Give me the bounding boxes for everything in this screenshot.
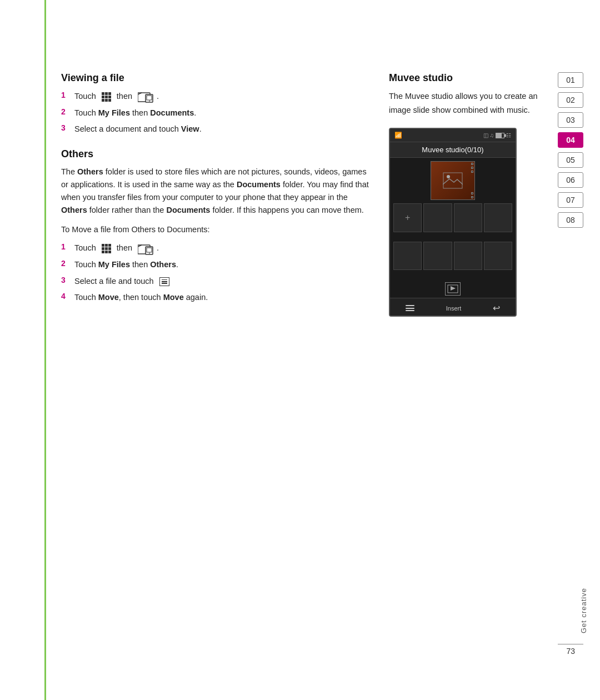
chapter-06[interactable]: 06 — [558, 172, 583, 188]
page-left-border — [44, 0, 46, 700]
thumb-cell-3 — [484, 203, 512, 232]
step-number: 3 — [61, 274, 72, 286]
main-photo-thumb — [431, 161, 475, 200]
page-number-divider — [558, 644, 583, 644]
phone-body: + — [390, 158, 516, 317]
thumb-cell-2 — [454, 203, 482, 232]
others-step-1-text: Touch then . — [74, 241, 159, 255]
folder-phone-icon-2 — [138, 243, 153, 255]
phone-bottom-bar: Insert ↩ — [390, 298, 516, 317]
step-number: 4 — [61, 291, 72, 302]
step-number: 1 — [61, 241, 72, 253]
chapter-01[interactable]: 01 — [558, 72, 583, 88]
others-section: Others The Others folder is used to stor… — [61, 148, 372, 304]
menu-list-icon — [406, 304, 414, 312]
viewing-a-file-section: Viewing a file 1 Touch then — [61, 72, 372, 136]
camera-icon: ◫ — [483, 132, 488, 138]
phone-screen-title: Muvee studio(0/10) — [422, 146, 483, 154]
sidebar-section-label: Get creative — [579, 588, 588, 633]
muvee-studio-section: Muvee studio The Muvee studio allows you… — [389, 72, 544, 317]
chapter-03[interactable]: 03 — [558, 112, 583, 128]
corner-dots — [471, 163, 473, 173]
step-3: 3 Select a document and touch View. — [61, 122, 372, 136]
music-icon: ♫ — [490, 132, 494, 138]
muvee-studio-title: Muvee studio — [389, 72, 544, 84]
phone-title-bar: Muvee studio(0/10) — [390, 142, 516, 158]
others-title: Others — [61, 148, 372, 160]
others-body: The Others folder is used to store files… — [61, 166, 372, 217]
others-step-2: 2 Touch My Files then Others. — [61, 258, 372, 272]
photo-grid: + — [390, 200, 516, 281]
chapter-05-label: 05 — [566, 156, 575, 164]
main-content: Viewing a file 1 Touch then — [61, 72, 372, 311]
step-number: 2 — [61, 106, 72, 118]
others-step-3-text: Select a file and touch — [74, 274, 171, 288]
thumb-cell-6 — [454, 242, 482, 270]
muvee-icon — [445, 282, 461, 296]
status-icons: ◫ ♫ ☷ — [483, 132, 512, 138]
chapter-05[interactable]: 05 — [558, 152, 583, 168]
others-step-3: 3 Select a file and touch — [61, 274, 372, 288]
step-number: 3 — [61, 122, 72, 134]
menu-button[interactable] — [406, 304, 414, 312]
svg-point-9 — [447, 175, 450, 178]
others-step-4: 4 Touch Move, then touch Move again. — [61, 291, 372, 304]
others-step-2-text: Touch My Files then Others. — [74, 258, 178, 272]
svg-marker-11 — [451, 286, 456, 291]
muvee-icon-row — [390, 281, 516, 298]
battery-icon — [496, 133, 504, 138]
others-step-1: 1 Touch then — [61, 241, 372, 255]
chapter-02[interactable]: 02 — [558, 92, 583, 108]
chapter-navigation: 01 02 03 04 05 06 07 08 — [558, 72, 583, 228]
thumb-cell-1 — [423, 203, 452, 232]
step-1: 1 Touch then — [61, 89, 372, 103]
others-steps: 1 Touch then — [61, 241, 372, 304]
chapter-07-label: 07 — [566, 196, 575, 204]
viewing-file-steps: 1 Touch then — [61, 89, 372, 136]
signal-icon: 📶 — [394, 132, 402, 139]
chapter-01-label: 01 — [566, 76, 575, 84]
chapter-07[interactable]: 07 — [558, 192, 583, 208]
step-2-text: Touch My Files then Documents. — [74, 106, 196, 120]
chapter-04[interactable]: 04 — [558, 132, 583, 148]
corner-dots-2 — [471, 192, 473, 198]
muvee-studio-description: The Muvee studio allows you to create an… — [389, 89, 544, 117]
insert-label: Insert — [446, 305, 462, 312]
step-2: 2 Touch My Files then Documents. — [61, 106, 372, 120]
muvee-play-icon — [447, 284, 458, 293]
chapter-08-label: 08 — [566, 216, 575, 224]
chapter-08[interactable]: 08 — [558, 212, 583, 228]
chapter-03-label: 03 — [566, 116, 575, 124]
move-label: To Move a file from Others to Documents: — [61, 224, 372, 236]
grid-icon — [102, 92, 111, 102]
phone-screen-mockup: 📶 ◫ ♫ ☷ Muvee studio(0/10) — [389, 128, 517, 317]
thumb-cell-7 — [484, 242, 512, 270]
step-number: 1 — [61, 89, 72, 101]
svg-rect-8 — [443, 173, 462, 188]
photo-icon — [443, 172, 463, 189]
grid-icon-2 — [102, 244, 111, 253]
chapter-02-label: 02 — [566, 96, 575, 104]
page-number: 73 — [566, 647, 575, 656]
step-1-text: Touch then — [74, 89, 159, 103]
menu-lines-icon — [159, 277, 169, 286]
phone-status-bar: 📶 ◫ ♫ ☷ — [390, 129, 516, 142]
thumb-cell-5 — [423, 242, 452, 270]
viewing-file-title: Viewing a file — [61, 72, 372, 84]
step-3-text: Select a document and touch View. — [74, 122, 202, 136]
insert-button[interactable]: Insert — [446, 305, 462, 312]
folder-phone-icon — [138, 91, 153, 103]
others-step-4-text: Touch Move, then touch Move again. — [74, 291, 208, 304]
step-number: 2 — [61, 258, 72, 269]
chapter-06-label: 06 — [566, 176, 575, 184]
thumb-cell-4 — [393, 242, 422, 270]
back-button[interactable]: ↩ — [493, 303, 500, 313]
grid-small-icon: ☷ — [506, 132, 511, 138]
main-photo-area — [390, 158, 516, 200]
add-photo-cell[interactable]: + — [393, 203, 422, 232]
back-icon: ↩ — [493, 303, 500, 313]
chapter-04-label: 04 — [566, 136, 575, 144]
